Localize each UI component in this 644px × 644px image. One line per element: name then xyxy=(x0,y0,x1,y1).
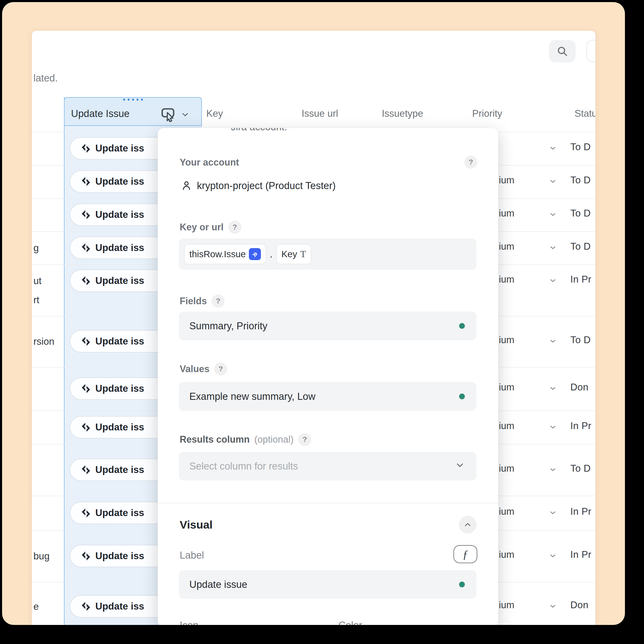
fields-label: Fields ? xyxy=(180,295,225,308)
fields-formula-indicator xyxy=(459,323,465,329)
popup-intro-fragment: Jira account. xyxy=(231,128,287,133)
status-chevron-down-icon[interactable] xyxy=(549,245,557,251)
icon-field-label: Icon xyxy=(180,620,198,625)
status-chevron-down-icon[interactable] xyxy=(549,510,557,516)
jira-pack-icon: » xyxy=(249,248,261,260)
column-header-chevron-down-icon[interactable] xyxy=(181,112,189,118)
label-formula-button[interactable]: ƒ xyxy=(453,545,477,563)
jira-pack-icon-dark xyxy=(81,336,91,347)
chevron-up-icon xyxy=(464,522,472,528)
values-label: Values ? xyxy=(180,362,227,376)
jira-pack-icon-dark xyxy=(81,143,91,154)
status-chevron-down-icon[interactable] xyxy=(549,278,557,284)
priority-cell-fragment: ium xyxy=(499,600,514,611)
status-cell[interactable]: To D xyxy=(570,241,591,252)
row-button-label: Update iss xyxy=(95,422,144,433)
row-button-label: Update iss xyxy=(95,275,144,286)
status-cell[interactable]: To D xyxy=(570,142,591,153)
row-button-label: Update iss xyxy=(95,464,144,475)
text-type-icon: T xyxy=(300,249,306,260)
color-field-label: Color xyxy=(338,620,362,625)
status-cell[interactable]: In Pr xyxy=(570,549,592,560)
status-chevron-down-icon[interactable] xyxy=(549,604,557,609)
row-button-label: Update iss xyxy=(95,209,144,220)
refresh-button[interactable]: Re xyxy=(587,40,595,62)
priority-cell-fragment: ium xyxy=(499,420,514,431)
label-input[interactable]: Update issue xyxy=(179,570,476,599)
priority-cell-fragment: ium xyxy=(499,382,514,393)
priority-cell-fragment: ium xyxy=(499,549,514,560)
results-column-label: Results column (optional) ? xyxy=(180,433,311,446)
jira-pack-icon-dark xyxy=(81,243,91,253)
status-cell[interactable]: Don xyxy=(570,382,588,393)
status-chevron-down-icon[interactable] xyxy=(549,212,557,218)
key-or-url-help-icon[interactable]: ? xyxy=(228,221,241,234)
formula-chip-thisrow-issue[interactable]: thisRow.Issue » xyxy=(184,244,266,264)
priority-cell-fragment: ium xyxy=(499,274,514,285)
status-chevron-down-icon[interactable] xyxy=(549,386,557,391)
column-drag-handle[interactable] xyxy=(123,99,144,101)
values-help-icon[interactable]: ? xyxy=(214,362,227,376)
fields-input[interactable]: Summary, Priority xyxy=(179,312,476,340)
row-button-label: Update iss xyxy=(95,336,144,347)
jira-pack-icon-dark xyxy=(81,276,91,286)
update-issue-config-popup: Jira account. Your account ? krypton-pro… xyxy=(158,128,498,625)
status-cell[interactable]: To D xyxy=(570,208,591,219)
priority-cell-fragment: ium xyxy=(499,175,514,186)
status-chevron-down-icon[interactable] xyxy=(549,467,557,473)
status-cell[interactable]: In Pr xyxy=(570,420,592,431)
search-button[interactable] xyxy=(549,40,576,62)
account-value[interactable]: krypton-project (Product Tester) xyxy=(197,180,336,191)
jira-pack-icon-dark xyxy=(81,209,91,220)
account-help-icon[interactable]: ? xyxy=(464,156,477,169)
account-section-label: Your account xyxy=(180,157,239,168)
column-header-issue-url[interactable]: Issue url xyxy=(302,108,338,119)
status-cell[interactable]: To D xyxy=(570,463,591,474)
column-header-status[interactable]: Statu xyxy=(575,108,595,119)
fields-help-icon[interactable]: ? xyxy=(212,295,225,308)
formula-chip-key[interactable]: Key T xyxy=(276,244,311,264)
status-cell[interactable]: Don xyxy=(570,600,588,611)
select-chevron-down-icon xyxy=(455,462,464,469)
status-cell[interactable]: To D xyxy=(570,175,591,186)
key-or-url-label: Key or url ? xyxy=(180,221,241,234)
priority-cell-fragment: ium xyxy=(499,463,514,474)
jira-pack-icon-dark xyxy=(81,601,91,612)
row-button-label: Update iss xyxy=(95,242,144,253)
values-input[interactable]: Example new summary, Low xyxy=(179,382,476,411)
status-chevron-down-icon[interactable] xyxy=(549,424,557,430)
peach-frame: lated. Re Update issTo DUpdate issiumTo … xyxy=(2,2,625,625)
row-label-fragment: g xyxy=(33,238,39,257)
row-button-label: Update iss xyxy=(95,143,144,154)
status-cell[interactable]: To D xyxy=(570,335,591,346)
status-cell[interactable]: In Pr xyxy=(570,506,592,517)
jira-pack-icon-dark xyxy=(81,383,91,394)
row-button-label: Update iss xyxy=(95,176,144,187)
visual-collapse-button[interactable] xyxy=(459,516,477,534)
values-formula-indicator xyxy=(459,394,465,399)
popup-divider xyxy=(158,503,498,503)
status-chevron-down-icon[interactable] xyxy=(549,145,557,151)
column-header-label: Update Issue xyxy=(71,108,130,119)
jira-pack-icon-dark xyxy=(81,422,91,432)
row-button-label: Update iss xyxy=(95,383,144,394)
status-cell[interactable]: In Pr xyxy=(570,274,592,285)
column-header-priority[interactable]: Priority xyxy=(472,108,502,119)
column-header-key[interactable]: Key xyxy=(206,108,223,119)
jira-pack-icon-dark xyxy=(81,551,91,561)
results-column-select[interactable]: Select column for results xyxy=(179,452,476,481)
priority-cell-fragment: ium xyxy=(499,208,514,219)
status-chevron-down-icon[interactable] xyxy=(549,179,557,184)
column-header-issuetype[interactable]: Issuetype xyxy=(382,108,423,119)
jira-pack-icon-dark xyxy=(81,508,91,518)
jira-pack-icon-dark xyxy=(81,176,91,187)
status-chevron-down-icon[interactable] xyxy=(549,553,557,559)
status-chevron-down-icon[interactable] xyxy=(549,338,557,344)
results-help-icon[interactable]: ? xyxy=(298,433,311,446)
visual-section-title: Visual xyxy=(180,518,213,531)
row-button-label: Update iss xyxy=(95,551,144,561)
button-column-icon xyxy=(161,107,176,122)
key-or-url-input[interactable]: thisRow.Issue » . Key T xyxy=(179,238,476,270)
row-label-fragment: ut rt xyxy=(33,271,42,309)
search-icon xyxy=(556,45,568,57)
